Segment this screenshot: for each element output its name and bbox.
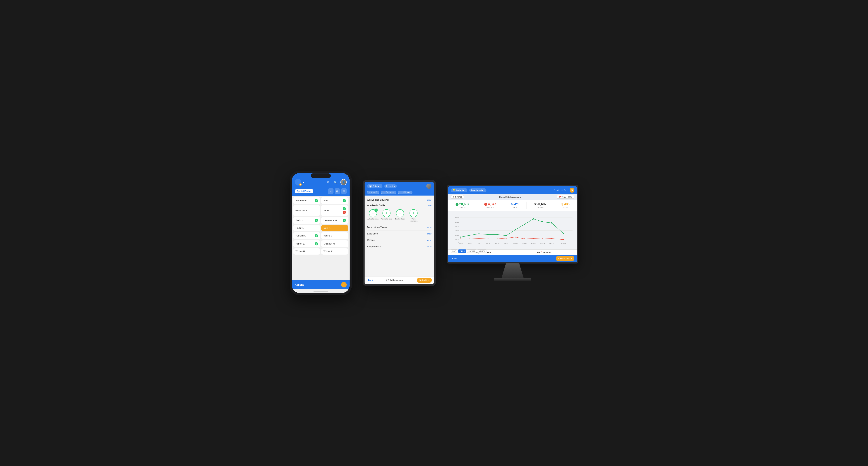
student-name: William K.: [323, 250, 333, 253]
period-selector[interactable]: ○ 1st Period: [295, 189, 313, 193]
sync-button[interactable]: ⟳ Sync: [562, 189, 568, 191]
student-card[interactable]: Patricia M. 2: [293, 232, 320, 239]
clock-icon: ○: [297, 190, 300, 192]
svg-text:3,000: 3,000: [455, 230, 459, 231]
svg-point-36: [563, 239, 564, 240]
student-badge: 1: [343, 199, 346, 202]
svg-point-25: [460, 239, 461, 239]
skill-binder-check[interactable]: + Binder check: [394, 209, 406, 222]
points-chevron: ▾: [379, 185, 381, 187]
academic-skills-header: Academic Skills hide: [367, 204, 431, 207]
skill-label: Binder check: [395, 218, 405, 220]
academic-skills-toggle[interactable]: hide: [428, 204, 431, 207]
student-card[interactable]: Lawerence W. 2: [321, 217, 348, 224]
submit-button[interactable]: Submit ✓: [416, 278, 432, 283]
access-pdf-label: Access PDF: [558, 257, 570, 260]
settings-icon: ⚙: [453, 196, 455, 198]
record-label: Record: [386, 185, 393, 187]
student-card-highlighted[interactable]: Mary K.: [321, 225, 348, 231]
add-comment-button[interactable]: 💬 Add comment: [386, 279, 403, 282]
back-button[interactable]: ‹ Back: [367, 279, 373, 282]
two-week-button[interactable]: 2 WEEK: [467, 249, 476, 253]
skill-asking-help[interactable]: + Asking for help: [381, 209, 392, 222]
phone-header-icons: ⧉ 🔍 👤: [325, 179, 347, 185]
chevron-down-icon[interactable]: ▾: [303, 181, 304, 184]
date-range-button[interactable]: 📅 07/27 - 09/01: [557, 195, 574, 199]
svg-text:Aug 14: Aug 14: [513, 243, 518, 244]
student-card[interactable]: Regina C.: [321, 232, 348, 239]
monitor-header-right: ? Help ⟳ Sync DA: [554, 188, 574, 193]
svg-point-26: [469, 239, 470, 239]
monitor-avatar[interactable]: DA: [569, 188, 574, 193]
skill-circle: +: [409, 209, 417, 217]
time-filter[interactable]: ○ 11:32 a.m.: [398, 191, 412, 194]
access-pdf-button[interactable]: Access PDF ↗: [556, 256, 574, 260]
student-badge: 1: [315, 242, 318, 245]
responsibility-toggle[interactable]: show: [427, 245, 431, 248]
student-card[interactable]: Elizabeth F. 1: [293, 197, 320, 204]
skill-circle: + 1: [369, 209, 377, 217]
respect-toggle[interactable]: show: [427, 239, 431, 241]
skill-active-listening[interactable]: + 1 Active listening: [367, 209, 379, 222]
student-name: Elizabeth F.: [296, 199, 307, 202]
monitor-screen: 💡 Insights ▾ Dashboards ▾ ? Help: [448, 186, 577, 262]
month-button[interactable]: MONTH: [477, 249, 487, 253]
student-card[interactable]: Fred T. 1: [321, 197, 348, 204]
skill-work-completion[interactable]: + Work completion: [408, 209, 420, 222]
settings-button[interactable]: ⚙ Settings: [451, 195, 464, 199]
record-dropdown[interactable]: Record ▾: [384, 184, 397, 188]
points-value: + 20,607: [456, 202, 469, 206]
tablet-avatar[interactable]: [426, 184, 431, 189]
responsibility-row: Responsibility show: [367, 243, 431, 250]
svg-point-18: [506, 235, 507, 236]
insights-button[interactable]: 💡 Insights ▾: [451, 188, 467, 192]
calendar-view-icon[interactable]: ▦: [335, 188, 340, 194]
student-name: Fred T.: [323, 199, 330, 202]
location-filter[interactable]: 📍 Classroom: [381, 191, 397, 194]
avatar[interactable]: 👤: [340, 179, 347, 185]
add-button[interactable]: + ●: [295, 179, 301, 185]
svg-text:Aug 20: Aug 20: [531, 243, 536, 244]
actions-arrow[interactable]: ›: [341, 282, 347, 287]
excellence-toggle[interactable]: show: [427, 232, 431, 235]
student-card[interactable]: Justin H. 1: [293, 217, 320, 224]
student-filter[interactable]: ○ Mary K.: [367, 191, 379, 194]
above-beyond-toggle[interactable]: show: [427, 199, 431, 201]
monitor-back-button[interactable]: ‹ Back: [451, 257, 457, 260]
student-card[interactable]: Shannon M.: [321, 240, 348, 247]
svg-point-23: [551, 222, 552, 223]
points-dropdown[interactable]: ⊕ Points ▾: [367, 184, 382, 188]
svg-point-14: [469, 235, 470, 236]
actions-label[interactable]: Actions: [295, 283, 304, 286]
search-icon[interactable]: 🔍: [333, 179, 339, 185]
location-icon: 📍: [383, 191, 385, 193]
chart-view-icon[interactable]: ≡: [328, 188, 334, 194]
student-card[interactable]: Ian H. 1 1: [321, 205, 348, 216]
student-card[interactable]: Robert B. 1: [293, 240, 320, 247]
student-card[interactable]: William K.: [321, 248, 348, 254]
skill-label: Asking for help: [381, 218, 392, 220]
earned-stat: $ 20,607 EARNED: [534, 202, 547, 208]
student-card[interactable]: Linda G.: [293, 225, 320, 231]
demonstrate-values-toggle[interactable]: show: [427, 226, 431, 228]
student-card[interactable]: Geraldine S.: [293, 205, 320, 216]
grid-view-icon[interactable]: ⊞: [341, 188, 347, 194]
skill-label: Active listening: [368, 218, 378, 220]
day-button[interactable]: DAY: [451, 249, 457, 253]
settings-label: Settings: [455, 196, 462, 198]
points-indicator: +: [456, 203, 459, 206]
demerits-stat: − 4,847 DEMERITS: [484, 202, 496, 208]
dashboards-button[interactable]: Dashboards ▾: [469, 188, 487, 192]
insights-label: Insights: [456, 189, 464, 191]
back-chevron-icon: ‹: [367, 279, 368, 282]
help-button[interactable]: ? Help: [554, 189, 560, 191]
home-indicator: [292, 289, 349, 293]
svg-point-19: [515, 229, 516, 230]
monitor-base: [494, 278, 531, 281]
period-label: 1st Period: [301, 190, 311, 192]
week-button[interactable]: WEEK: [458, 249, 466, 253]
phone-screen: + ● ▾ ⧉ 🔍 👤 ○ 1st Period: [292, 173, 349, 293]
duplicate-icon[interactable]: ⧉: [325, 179, 331, 185]
avatar-initials: DA: [571, 189, 573, 191]
student-card[interactable]: William H.: [293, 248, 320, 254]
